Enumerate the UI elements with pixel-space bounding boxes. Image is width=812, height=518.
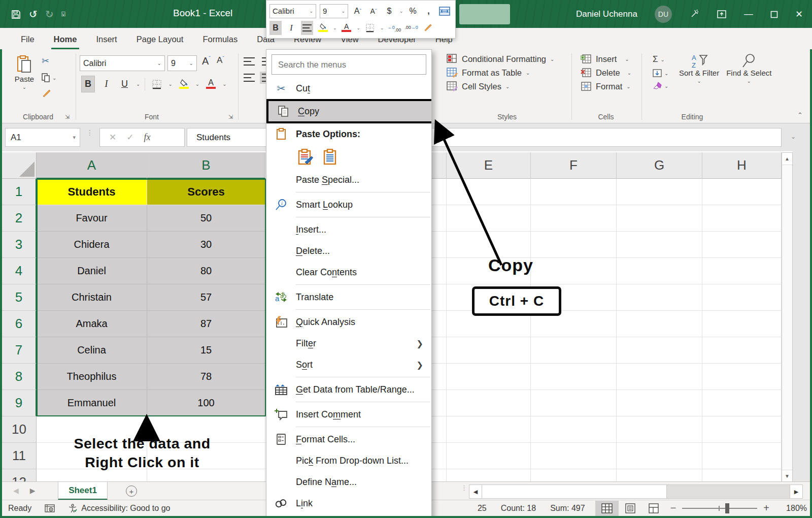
row-header-4[interactable]: 4	[2, 258, 37, 284]
delete-cells-button[interactable]: Delete⌄	[581, 68, 631, 78]
borders-button[interactable]	[150, 76, 163, 92]
cell-H10[interactable]	[702, 416, 782, 443]
cell-A4[interactable]: Daniel	[37, 258, 147, 284]
paste-values-button[interactable]	[320, 147, 340, 167]
cell-H7[interactable]	[702, 337, 782, 364]
cell-A9[interactable]: Emmanuel	[37, 390, 147, 416]
name-box-dropdown-icon[interactable]: ▾	[73, 134, 76, 141]
cell-H4[interactable]	[702, 258, 782, 284]
vertical-scrollbar[interactable]: ▲ ▼	[782, 152, 793, 482]
cell-E12[interactable]	[447, 469, 531, 481]
page-break-view-button[interactable]	[642, 501, 665, 516]
cell-E10[interactable]	[447, 416, 531, 443]
find-select-button[interactable]: Find & Select⌄	[726, 53, 771, 84]
menu-item-insert-comment[interactable]: Insert Comment	[266, 404, 431, 425]
cell-B9[interactable]: 100	[147, 390, 265, 416]
cell-B7[interactable]: 15	[147, 337, 265, 364]
column-header-B[interactable]: B	[147, 152, 265, 179]
maximize-button[interactable]	[770, 9, 778, 19]
mini-format-painter-button[interactable]	[422, 21, 434, 35]
fill-color-button[interactable]	[177, 76, 191, 92]
cell-H8[interactable]	[702, 364, 782, 390]
menu-item-format-cells[interactable]: Format Cells...	[266, 429, 431, 450]
cell-B8[interactable]: 78	[147, 364, 265, 390]
cell-F8[interactable]	[531, 364, 617, 390]
cell-F4[interactable]	[531, 258, 617, 284]
expand-formula-bar-icon[interactable]: ⌄	[791, 133, 796, 140]
cell-H11[interactable]	[702, 443, 782, 469]
sheet-tab-sheet1[interactable]: Sheet1	[58, 482, 108, 500]
menu-item-quick-analysis[interactable]: Quick Analysis	[266, 311, 431, 333]
cell-styles-button[interactable]: Cell Styles⌄	[447, 81, 554, 91]
cell-A5[interactable]: Christain	[37, 284, 147, 311]
cell-B4[interactable]: 80	[147, 258, 265, 284]
cell-E2[interactable]	[447, 205, 531, 232]
paste-formatting-button[interactable]	[296, 147, 315, 167]
page-layout-view-button[interactable]	[619, 501, 642, 516]
mini-bold-button[interactable]: B	[269, 21, 282, 35]
cell-H6[interactable]	[702, 311, 782, 337]
ribbon-display-options-icon[interactable]	[717, 9, 727, 19]
tab-formulas[interactable]: Formulas	[193, 30, 247, 49]
insert-cells-button[interactable]: Insert⌄	[581, 54, 631, 64]
cell-G10[interactable]	[617, 416, 702, 443]
grow-font-button[interactable]: Aˆ	[202, 55, 211, 67]
cut-button[interactable]: ✂	[42, 55, 56, 67]
menu-item-link[interactable]: Link	[266, 493, 431, 514]
row-header-11[interactable]: 11	[2, 443, 37, 469]
zoom-slider-thumb[interactable]	[725, 503, 729, 513]
italic-button[interactable]: I	[99, 76, 113, 92]
fill-button[interactable]: ⌄	[653, 69, 668, 77]
undo-dropdown-icon[interactable]: ⌄	[32, 11, 37, 17]
cell-A2[interactable]: Favour	[37, 205, 147, 232]
cell-B3[interactable]: 30	[147, 232, 265, 258]
user-name[interactable]: Daniel Uchenna	[576, 9, 637, 19]
minimize-button[interactable]: —	[744, 9, 753, 19]
column-header-H[interactable]: H	[702, 152, 782, 179]
cell-A3[interactable]: Chidera	[37, 232, 147, 258]
menu-item-insert[interactable]: Insert...	[266, 219, 431, 240]
conditional-formatting-button[interactable]: Conditional Formatting⌄	[447, 54, 554, 64]
menu-item-cut[interactable]: ✂Cut	[266, 78, 431, 99]
normal-view-button[interactable]	[595, 501, 619, 516]
hscroll-thumb[interactable]	[482, 485, 667, 498]
cell-F3[interactable]	[531, 232, 617, 258]
macro-record-icon[interactable]	[45, 504, 55, 513]
autosum-button[interactable]: Σ⌄	[653, 54, 668, 64]
cell-E8[interactable]	[447, 364, 531, 390]
hscroll-resize-handle[interactable]: ⋮	[461, 486, 467, 490]
select-all-corner[interactable]	[2, 152, 37, 179]
menu-item-paste-special[interactable]: Paste Special...	[266, 169, 431, 190]
menu-item-sort[interactable]: Sort❯	[266, 354, 431, 375]
cell-G5[interactable]	[617, 284, 702, 311]
mini-size-select[interactable]: 9⌄	[320, 4, 348, 18]
menu-item-translate[interactable]: aあTranslate	[266, 286, 431, 308]
underline-dropdown-icon[interactable]: ⌄	[136, 81, 140, 87]
cell-G2[interactable]	[617, 205, 702, 232]
cell-G6[interactable]	[617, 311, 702, 337]
mini-accounting-button[interactable]: $	[383, 4, 395, 18]
menu-item-clear-contents[interactable]: Clear Contents	[266, 262, 431, 283]
column-header-A[interactable]: A	[37, 152, 147, 179]
cell-F10[interactable]	[531, 416, 617, 443]
font-color-button[interactable]: A	[204, 76, 218, 92]
tab-insert[interactable]: Insert	[86, 30, 126, 49]
save-icon[interactable]	[11, 8, 21, 20]
mini-font-select[interactable]: Calibri⌄	[269, 4, 316, 18]
row-header-1[interactable]: 1	[2, 179, 37, 205]
coming-soon-icon[interactable]	[689, 9, 699, 19]
new-sheet-button[interactable]: +	[126, 485, 137, 497]
cell-A7[interactable]: Celina	[37, 337, 147, 364]
formula-bar-resize-handle[interactable]: ⋮	[86, 131, 93, 135]
cell-G12[interactable]	[617, 469, 702, 481]
row-header-9[interactable]: 9	[2, 390, 37, 416]
font-dialog-launcher[interactable]: ⇲	[228, 114, 233, 120]
mini-comma-button[interactable]: ,	[423, 4, 435, 18]
cell-A8[interactable]: Theophilus	[37, 364, 147, 390]
format-as-table-button[interactable]: Format as Table⌄	[447, 68, 554, 78]
copy-button[interactable]: ⌄	[42, 73, 56, 82]
cell-A6[interactable]: Amaka	[37, 311, 147, 337]
paste-button[interactable]: Paste ⌄	[11, 53, 38, 107]
cell-F12[interactable]	[531, 469, 617, 481]
accessibility-status[interactable]: Accessibility: Good to go	[68, 504, 170, 513]
